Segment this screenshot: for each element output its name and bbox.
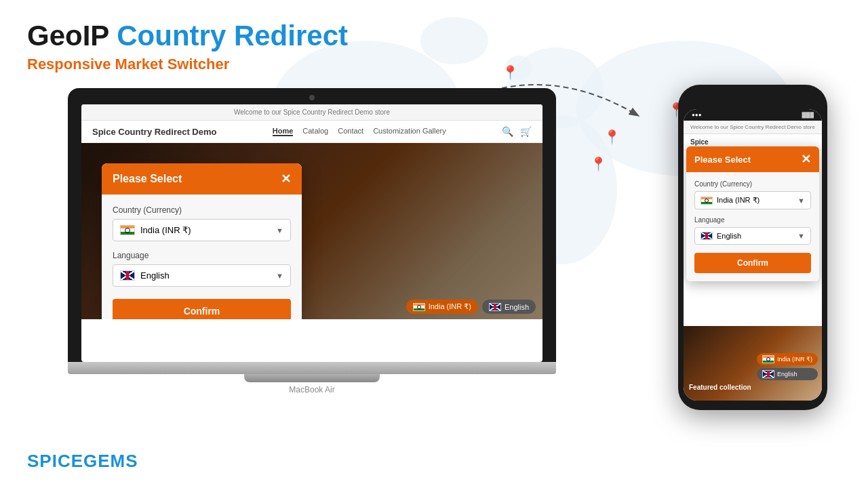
laptop-modal-overlay: Please Select ✕ Country (Currency) India… — [81, 143, 542, 319]
phone-outer: ●●● ▓▓▓ Welcome to our Spice Country Red… — [678, 85, 827, 410]
phone-modal: Please Select ✕ Country (Currency) India… — [686, 146, 819, 281]
country-chevron-icon: ▼ — [276, 226, 283, 235]
nav-contact[interactable]: Contact — [338, 127, 363, 136]
laptop-modal-header: Please Select ✕ — [102, 163, 302, 195]
phone-language-select[interactable]: English ▼ — [694, 227, 811, 245]
phone: ●●● ▓▓▓ Welcome to our Spice Country Red… — [678, 85, 827, 410]
nav-gallery[interactable]: Customization Gallery — [373, 127, 446, 136]
phone-uk-flag — [701, 232, 713, 240]
laptop-bottom-bar: India (INR ₹) English — [406, 300, 536, 314]
laptop-pill-uk-flag — [489, 303, 501, 311]
nav-home[interactable]: Home — [273, 127, 294, 136]
laptop-modal: Please Select ✕ Country (Currency) India… — [102, 163, 302, 319]
phone-modal-title: Please Select — [694, 155, 751, 165]
browser-topbar: Welcome to our Spice Country Redirect De… — [81, 104, 542, 121]
phone-modal-body: Country (Currency) India (INR ₹) ▼ Langu… — [686, 172, 819, 281]
phone-notch — [726, 94, 780, 106]
phone-featured-label: Featured collection — [689, 384, 751, 391]
page-title: GeoIP Country Redirect — [27, 20, 348, 52]
phone-modal-header: Please Select ✕ — [686, 146, 819, 172]
cart-icon[interactable]: 🛒 — [520, 126, 532, 137]
hero-image: Please Select ✕ Country (Currency) India… — [81, 143, 542, 319]
laptop-language-pill-label: English — [505, 303, 529, 311]
phone-country-select[interactable]: India (INR ₹) ▼ — [694, 191, 811, 209]
language-chevron-icon: ▼ — [276, 272, 283, 280]
phone-pill-uk-flag — [762, 370, 774, 378]
laptop-country-pill-label: India (INR ₹) — [429, 302, 471, 311]
laptop-model-label: MacBook Air — [68, 385, 556, 394]
laptop-language-value: English — [140, 270, 170, 281]
phone-india-flag — [701, 197, 713, 205]
phone-country-chevron: ▼ — [797, 197, 805, 205]
laptop-screen-outer: Welcome to our Spice Country Redirect De… — [68, 88, 556, 362]
header: GeoIP Country Redirect Responsive Market… — [27, 20, 348, 73]
laptop-country-pill[interactable]: India (INR ₹) — [406, 300, 478, 314]
laptop-country-label: Country (Currency) — [113, 205, 291, 215]
phone-language-chevron: ▼ — [797, 232, 805, 240]
laptop-language-label: Language — [113, 251, 291, 260]
signal-icon: ●●● — [692, 112, 702, 118]
laptop-country-select[interactable]: India (INR ₹) ▼ — [113, 219, 291, 241]
laptop-modal-close[interactable]: ✕ — [281, 173, 291, 185]
laptop: Welcome to our Spice Country Redirect De… — [68, 88, 556, 394]
laptop-modal-body: Country (Currency) India (INR ₹) ▼ Langu… — [102, 195, 302, 319]
svg-point-7 — [420, 17, 488, 64]
phone-language-label: Language — [694, 216, 811, 224]
phone-country-pill-label: India (INR ₹) — [777, 356, 812, 363]
phone-country-pill[interactable]: India (INR ₹) — [757, 353, 818, 365]
phone-country-value: India (INR ₹) — [717, 196, 760, 205]
laptop-language-select[interactable]: English ▼ — [113, 264, 291, 287]
laptop-pill-india-flag — [413, 303, 425, 311]
nav-catalog[interactable]: Catalog — [302, 127, 328, 136]
laptop-stand — [244, 374, 380, 382]
phone-topbar: Welcome to our Spice Country Redirect De… — [684, 121, 822, 134]
spicegems-brand: SPICEGEMS — [27, 451, 138, 472]
laptop-confirm-button[interactable]: Confirm — [113, 299, 291, 319]
phone-pill-india-flag — [762, 355, 774, 363]
browser-navbar: Spice Country Redirect Demo Home Catalog… — [81, 121, 542, 143]
nav-links: Home Catalog Contact Customization Galle… — [273, 127, 446, 136]
phone-screen: ●●● ▓▓▓ Welcome to our Spice Country Red… — [684, 109, 822, 401]
laptop-base — [68, 362, 556, 374]
phone-country-label: Country (Currency) — [694, 180, 811, 188]
page-subtitle: Responsive Market Switcher — [27, 56, 348, 73]
laptop-language-pill[interactable]: English — [482, 300, 536, 314]
phone-bottom-pills: India (INR ₹) English — [757, 353, 818, 380]
phone-status-bar: ●●● ▓▓▓ — [684, 109, 822, 121]
store-name: Spice Country Redirect Demo — [92, 127, 217, 137]
laptop-screen: Welcome to our Spice Country Redirect De… — [81, 104, 542, 362]
phone-language-pill-label: English — [777, 371, 797, 378]
laptop-country-value: India (INR ₹) — [140, 225, 191, 235]
battery-icon: ▓▓▓ — [802, 112, 814, 118]
india-flag-icon — [120, 225, 135, 235]
uk-flag-icon — [120, 270, 135, 281]
phone-confirm-button[interactable]: Confirm — [694, 253, 811, 273]
search-icon[interactable]: 🔍 — [502, 126, 513, 137]
laptop-camera — [309, 95, 315, 100]
phone-language-pill[interactable]: English — [757, 368, 818, 380]
laptop-modal-title: Please Select — [113, 173, 182, 185]
phone-language-value: English — [717, 232, 741, 240]
phone-modal-close[interactable]: ✕ — [801, 153, 811, 165]
browser-icons: 🔍 🛒 — [502, 126, 532, 137]
